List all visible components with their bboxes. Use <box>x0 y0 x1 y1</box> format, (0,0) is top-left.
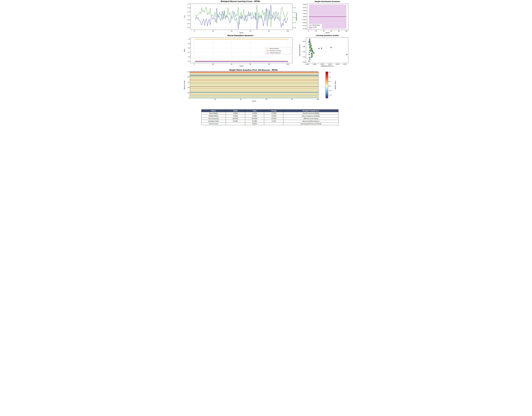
table-row: Final Accuracy - 0.9155 - Learning perfo… <box>201 123 339 125</box>
cell-metric: Mean Weight <box>201 112 226 115</box>
weight-matrix-canvas <box>183 72 324 104</box>
population-dynamics-title: Neural Population Dynamics <box>183 35 298 37</box>
header-metric: Metric <box>201 109 226 112</box>
header-initial: Initial <box>226 109 245 112</box>
cell-final: 0.9155 <box>245 123 264 125</box>
header-change: Change <box>264 109 283 112</box>
table-row: Mean Weight 0.0006 0.0006 -0.0000 Overal… <box>201 112 339 115</box>
cell-change: -0.11% <box>264 120 283 123</box>
cell-final: 100.00% <box>245 117 264 120</box>
learning-curves-title: Biological Neuron Learning Curves - META… <box>183 0 298 2</box>
cell-initial: 100.00% <box>226 117 245 120</box>
header-significance: Biological Significance <box>283 109 339 112</box>
cell-change: - <box>264 123 283 125</box>
table-row: Weight StdDev 0.0999 0.0999 -0.0000 Neur… <box>201 115 339 117</box>
cell-final: 0.0999 <box>245 115 264 117</box>
table-row: Neural Sparsity 100.00% 100.00% +0.00% E… <box>201 117 339 120</box>
cell-significance: Efficient neural coding <box>283 117 339 120</box>
panel-learning-curves: Biological Neuron Learning Curves - META… <box>183 0 298 34</box>
cell-significance: Neural activation balance <box>283 120 339 123</box>
cell-metric: Final Accuracy <box>201 123 226 125</box>
learning-scatter-title: Learning Dynamics Scatter <box>298 35 349 36</box>
population-dynamics-canvas <box>183 37 298 67</box>
cell-significance: Learning performance achieved <box>283 123 339 125</box>
weight-value-colorbar <box>324 72 342 104</box>
cell-final: 0.0006 <box>245 112 264 115</box>
weight-matrix-title: Weight Matrix Evolution (First 100 Neuro… <box>183 69 324 71</box>
panel-colorbar <box>324 68 342 104</box>
cell-initial: 0.0999 <box>226 115 245 117</box>
cell-change: -0.0000 <box>264 115 283 117</box>
summary-table-wrap: Metric Initial Final Change Biological S… <box>201 109 339 125</box>
cell-metric: Neural Sparsity <box>201 117 226 120</box>
summary-table-header-row: Metric Initial Final Change Biological S… <box>201 109 339 112</box>
cell-initial: 0.0006 <box>226 112 245 115</box>
cell-significance: Overall neural excitability <box>283 112 339 115</box>
cell-final: 50.38% <box>245 120 264 123</box>
header-final: Final <box>245 109 264 112</box>
weight-distribution-canvas <box>298 3 349 34</box>
learning-curves-canvas <box>183 3 298 34</box>
panel-weight-matrix: Weight Matrix Evolution (First 100 Neuro… <box>183 68 324 104</box>
cell-significance: Neural response variability <box>283 115 339 117</box>
weight-distribution-title: Weight Distribution Evolution <box>298 1 349 2</box>
panel-population-dynamics: Neural Population Dynamics <box>183 34 298 67</box>
cell-metric: Weight StdDev <box>201 115 226 117</box>
cell-initial: - <box>226 123 245 125</box>
panel-learning-scatter: Learning Dynamics Scatter <box>298 34 349 67</box>
cell-change: -0.0000 <box>264 112 283 115</box>
panel-weight-distribution: Weight Distribution Evolution <box>298 0 349 34</box>
summary-table: Metric Initial Final Change Biological S… <box>201 109 339 125</box>
table-row: Excitatory Ratio 50.49% 50.38% -0.11% Ne… <box>201 120 339 123</box>
learning-scatter-canvas <box>298 37 349 67</box>
figure-root: Biological Neuron Learning Curves - META… <box>183 0 349 130</box>
cell-change: +0.00% <box>264 117 283 120</box>
cell-initial: 50.49% <box>226 120 245 123</box>
cell-metric: Excitatory Ratio <box>201 120 226 123</box>
